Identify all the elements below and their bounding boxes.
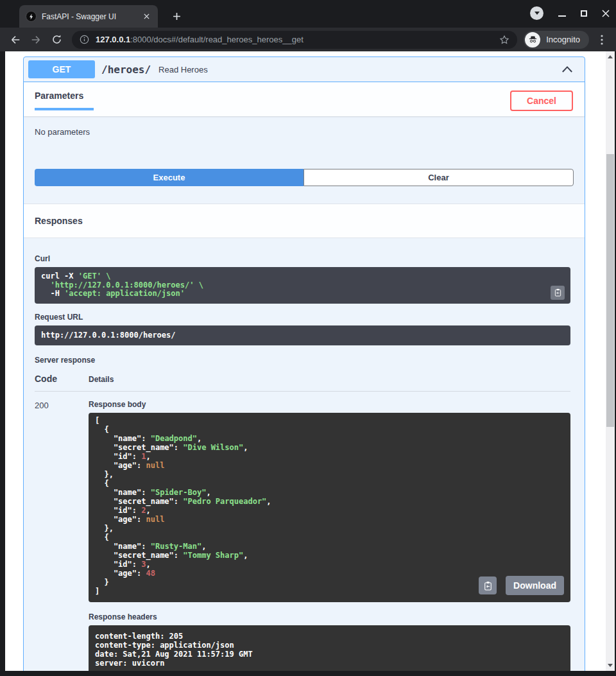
incognito-icon xyxy=(525,32,540,48)
response-table-header: Code Details xyxy=(35,374,570,384)
url-text[interactable]: 127.0.0.1:8000/docs#/default/read_heroes… xyxy=(96,35,493,44)
method-badge: GET xyxy=(28,60,95,78)
window-controls xyxy=(530,6,610,20)
no-parameters-text: No parameters xyxy=(24,116,585,137)
fastapi-favicon-icon xyxy=(26,11,37,22)
responses-body: Curl curl -X 'GET' \ 'http://127.0.0.1:8… xyxy=(24,238,585,671)
close-window-button[interactable] xyxy=(602,10,610,17)
opblock-get-heroes: GET /heroes/ Read Heroes Parameters Canc… xyxy=(23,56,585,671)
request-url-code: http://127.0.0.1:8000/heroes/ xyxy=(41,331,564,340)
curl-code: curl -X 'GET' \ 'http://127.0.0.1:8000/h… xyxy=(41,272,564,299)
clear-button[interactable]: Clear xyxy=(304,169,574,186)
response-body-block: [ { "name": "Deadpond", "secret_name": "… xyxy=(89,413,570,602)
page-scrollbar[interactable] xyxy=(606,51,615,671)
tab-strip: FastAPI - Swagger UI xyxy=(0,0,616,28)
execute-button[interactable]: Execute xyxy=(35,169,304,186)
copy-curl-button[interactable] xyxy=(551,286,565,300)
browser-menu-icon[interactable] xyxy=(594,32,610,48)
url-host: 127.0.0.1 xyxy=(96,35,130,44)
server-response-label: Server response xyxy=(35,356,570,365)
response-details: Response body [ { "name": "Deadpond", "s… xyxy=(89,400,570,671)
request-url-label: Request URL xyxy=(35,313,570,322)
forward-button[interactable] xyxy=(27,31,45,49)
collapse-chevron-icon[interactable] xyxy=(561,65,573,73)
maximize-button[interactable] xyxy=(581,10,587,17)
cancel-button[interactable]: Cancel xyxy=(510,91,573,111)
curl-block: curl -X 'GET' \ 'http://127.0.0.1:8000/h… xyxy=(35,267,570,304)
response-body-code: [ { "name": "Deadpond", "secret_name": "… xyxy=(95,416,564,596)
scrollbar-thumb[interactable] xyxy=(606,154,614,427)
browser-window: FastAPI - Swagger UI xyxy=(0,0,616,676)
execute-row: Execute Clear xyxy=(35,169,574,186)
code-column-header: Code xyxy=(35,374,89,384)
details-column-header: Details xyxy=(89,375,114,384)
parameters-header: Parameters Cancel xyxy=(24,82,585,116)
swagger-page: GET /heroes/ Read Heroes Parameters Canc… xyxy=(5,51,606,671)
scrollbar-up-arrow-icon[interactable] xyxy=(608,55,613,58)
scrollbar-down-arrow-icon[interactable] xyxy=(608,664,613,667)
response-headers-code: content-length: 205content-type: applica… xyxy=(95,632,564,668)
tab-close-icon[interactable] xyxy=(141,12,151,22)
incognito-label: Incognito xyxy=(546,35,580,44)
response-headers-label: Response headers xyxy=(89,612,570,621)
back-button[interactable] xyxy=(6,31,24,49)
curl-label: Curl xyxy=(35,254,570,263)
url-path: :8000/docs#/default/read_heroes_heroes__… xyxy=(130,35,304,44)
endpoint-path: /heroes/ xyxy=(101,64,151,76)
new-tab-button[interactable] xyxy=(169,8,184,24)
endpoint-summary: Read Heroes xyxy=(158,65,208,74)
status-code: 200 xyxy=(35,400,89,671)
table-divider xyxy=(35,391,570,392)
tab-parameters[interactable]: Parameters xyxy=(35,91,94,110)
opblock-summary[interactable]: GET /heroes/ Read Heroes xyxy=(24,57,585,82)
incognito-badge: Incognito xyxy=(524,31,589,49)
site-info-icon[interactable] xyxy=(80,35,89,44)
copy-response-button[interactable] xyxy=(479,576,497,594)
chrome-caret-button[interactable] xyxy=(530,6,543,20)
tab-title: FastAPI - Swagger UI xyxy=(42,12,136,21)
request-url-block: http://127.0.0.1:8000/heroes/ xyxy=(35,325,570,346)
download-button[interactable]: Download xyxy=(506,576,564,595)
responses-title: Responses xyxy=(24,204,585,238)
url-bar[interactable]: 127.0.0.1:8000/docs#/default/read_heroes… xyxy=(72,31,517,49)
response-body-actions: Download xyxy=(479,576,564,595)
response-headers-block: content-length: 205content-type: applica… xyxy=(89,625,570,671)
reload-button[interactable] xyxy=(47,31,65,49)
response-body-label: Response body xyxy=(89,400,570,409)
browser-tab[interactable]: FastAPI - Swagger UI xyxy=(19,5,158,28)
response-row-200: 200 Response body [ { "name": "Deadpond"… xyxy=(35,400,570,671)
minimize-button[interactable] xyxy=(558,15,566,17)
browser-toolbar: 127.0.0.1:8000/docs#/default/read_heroes… xyxy=(0,28,616,51)
bookmark-star-icon[interactable] xyxy=(499,35,509,45)
